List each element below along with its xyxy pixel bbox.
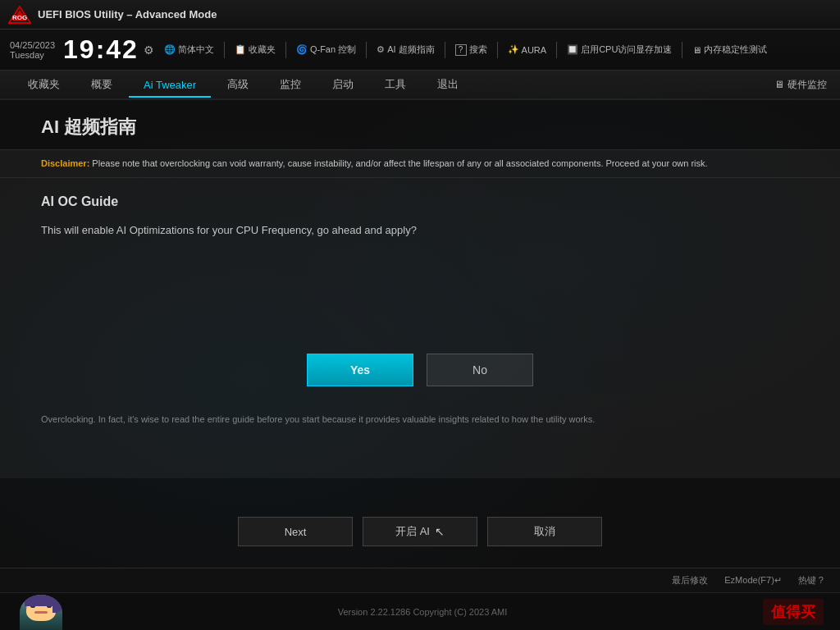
- monitor-icon: 🖥: [774, 79, 784, 90]
- divider6: [556, 42, 557, 58]
- nav-search[interactable]: ? 搜索: [455, 43, 487, 56]
- question-icon: ?: [455, 44, 467, 56]
- dialog-title: AI OC Guide: [41, 194, 799, 209]
- next-button[interactable]: Next: [238, 517, 353, 546]
- nav-advanced[interactable]: 高级: [212, 72, 263, 98]
- dialog-area: AI OC Guide This will enable AI Optimiza…: [0, 178, 840, 409]
- divider: [224, 42, 225, 58]
- nav-overview[interactable]: 概要: [76, 72, 127, 98]
- datetime-bar: 04/25/2023 Tuesday 19:42 ⚙ 🌐 简体中文 📋 收藏夹 …: [0, 30, 840, 71]
- divider5: [497, 42, 498, 58]
- clipboard-icon: 📋: [235, 44, 246, 55]
- page-title-bar: AI 超频指南: [0, 100, 840, 150]
- no-button[interactable]: No: [427, 354, 533, 386]
- nav-mem-test[interactable]: 🖥 内存稳定性测试: [692, 43, 767, 56]
- nav-tools[interactable]: 工具: [370, 72, 421, 98]
- disclaimer-bar: Disclaimer: Please note that overclockin…: [0, 150, 840, 178]
- version-text: Version 2.22.1286 Copyright (C) 2023 AMI: [82, 607, 763, 617]
- settings-icon[interactable]: ⚙: [144, 43, 154, 57]
- content-area: Disclaimer: Please note that overclockin…: [0, 150, 840, 478]
- ez-mode-label: EzMode(F7)↵: [724, 575, 782, 586]
- nav-ai-oc[interactable]: ⚙ AI 超频指南: [377, 43, 434, 56]
- bottom-hint-text: Overclocking. In fact, it's wise to read…: [41, 414, 595, 424]
- nav-aura[interactable]: ✨ AURA: [508, 44, 547, 55]
- cancel-button[interactable]: 取消: [487, 517, 602, 546]
- app-title: UEFI BIOS Utility – Advanced Mode: [38, 8, 217, 21]
- disclaimer-label: Disclaimer:: [41, 158, 89, 168]
- nav-boot[interactable]: 启动: [317, 72, 368, 98]
- hotkey-label: 热键 ?: [798, 574, 824, 587]
- top-bar: ROG UEFI BIOS Utility – Advanced Mode: [0, 0, 840, 30]
- hotkey-item[interactable]: 热键 ?: [798, 574, 824, 587]
- page-title: AI 超频指南: [41, 115, 799, 139]
- day-text: Tuesday: [10, 50, 44, 60]
- fan-icon: 🌀: [296, 44, 308, 55]
- globe-icon: 🌐: [164, 44, 176, 55]
- main-nav: 收藏夹 概要 Ai Tweaker 高级 监控 启动 工具 退出 🖥 硬件监控: [0, 71, 840, 100]
- mem-icon: 🖥: [692, 45, 701, 55]
- enable-ai-button[interactable]: 开启 AI ↖: [363, 517, 477, 546]
- footer-buttons: Next 开启 AI ↖ 取消: [0, 507, 840, 556]
- nav-favorites[interactable]: 📋 收藏夹: [235, 43, 276, 56]
- last-modified-item[interactable]: 最后修改: [672, 574, 708, 587]
- divider2: [285, 42, 286, 58]
- top-nav-icons: 🌐 简体中文 📋 收藏夹 🌀 Q-Fan 控制 ⚙ AI 超频指南 ? 搜索: [164, 42, 830, 58]
- dialog-body: This will enable AI Optimizations for yo…: [41, 222, 799, 240]
- cpu-icon: 🔲: [567, 44, 578, 55]
- nav-favorites[interactable]: 收藏夹: [13, 72, 75, 98]
- aura-icon: ✨: [508, 44, 519, 55]
- date-display: 04/25/2023 Tuesday: [10, 40, 55, 60]
- divider4: [445, 42, 445, 58]
- date-text: 04/25/2023: [10, 40, 55, 50]
- divider3: [366, 42, 367, 58]
- status-bar: 最后修改 EzMode(F7)↵ 热键 ?: [0, 568, 840, 592]
- ez-mode-item[interactable]: EzMode(F7)↵: [724, 575, 782, 586]
- time-display: 19:42: [63, 34, 139, 65]
- bottom-hint: Overclocking. In fact, it's wise to read…: [0, 408, 840, 435]
- rog-logo: ROG: [7, 5, 33, 25]
- watermark: 值得买: [763, 599, 824, 625]
- nav-exit[interactable]: 退出: [422, 72, 473, 98]
- nav-cpu-mem[interactable]: 🔲 启用CPU访问显存加速: [567, 43, 672, 56]
- last-modified-label: 最后修改: [672, 574, 708, 587]
- ai-icon: ⚙: [377, 44, 385, 55]
- yn-buttons: Yes No: [41, 354, 799, 386]
- nav-language[interactable]: 🌐 简体中文: [164, 43, 214, 56]
- cursor-icon: ↖: [435, 525, 445, 538]
- version-bar: Version 2.22.1286 Copyright (C) 2023 AMI…: [0, 592, 840, 630]
- yes-button[interactable]: Yes: [307, 354, 413, 386]
- nav-monitor[interactable]: 监控: [265, 72, 316, 98]
- svg-text:ROG: ROG: [12, 14, 27, 21]
- divider7: [682, 42, 682, 58]
- nav-hw-monitor[interactable]: 🖥 硬件监控: [774, 78, 827, 92]
- disclaimer-text: Please note that overclocking can void w…: [89, 158, 707, 168]
- mascot-area: [16, 593, 82, 631]
- nav-ai-tweaker[interactable]: Ai Tweaker: [129, 74, 211, 98]
- nav-qfan[interactable]: 🌀 Q-Fan 控制: [296, 43, 356, 56]
